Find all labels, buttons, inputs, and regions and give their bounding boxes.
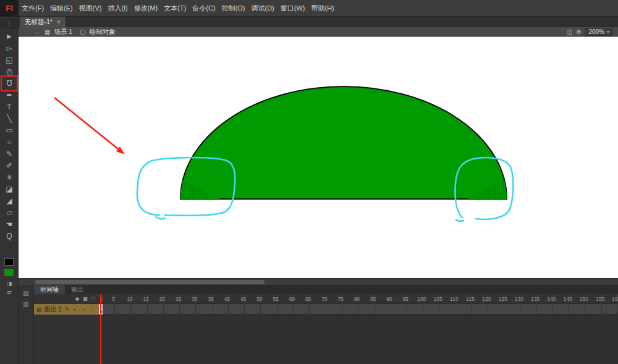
deco-tool[interactable]: ✳ <box>0 172 19 184</box>
ruler-number: 10 <box>124 296 136 302</box>
brush-tool[interactable]: ✐ <box>0 160 19 172</box>
scene-icon: ▦ <box>44 28 50 35</box>
outline-icon[interactable]: □ <box>91 296 95 302</box>
ruler-number: 90 <box>383 296 396 302</box>
menu-item-6[interactable]: 文本(T) <box>161 0 189 17</box>
tools-panel: ⋮ ►▻◱◴℧✒T╲▭○✎✐✳◪◢▱☚Q ◨ ⇄ <box>0 17 19 364</box>
stroke-color-swatch[interactable] <box>4 258 14 266</box>
ruler-number: 20 <box>156 296 168 302</box>
ruler-number: 135 <box>529 296 541 302</box>
menu-item-10[interactable]: 窗口(W) <box>277 0 308 17</box>
eye-icon[interactable]: ◉ <box>75 296 80 302</box>
ruler-number: 130 <box>513 296 525 302</box>
edit-symbols-icon[interactable]: ◫ <box>567 28 572 35</box>
frame-ruler[interactable]: 1 51015202530354045505560657075808590951… <box>99 294 618 304</box>
line-tool[interactable]: ╲ <box>0 113 19 125</box>
layer-frames-row[interactable] <box>99 304 618 315</box>
panels-icon[interactable]: ▥ <box>19 299 33 310</box>
scene-name[interactable]: 场景 1 <box>54 28 72 36</box>
library-panel-icon[interactable]: ▤ <box>19 288 33 299</box>
ruler-number: 50 <box>253 296 266 302</box>
menu-item-7[interactable]: 命令(C) <box>189 0 218 17</box>
fill-color-swatch[interactable] <box>4 269 14 276</box>
ruler-number: 55 <box>269 296 282 302</box>
layer-name[interactable]: 图层 1 <box>44 305 62 314</box>
panel-dock-strip: ▤ ▥ <box>19 285 34 364</box>
swap-colors-icon[interactable]: ⇄ <box>0 288 19 297</box>
ruler-number: 30 <box>188 296 201 302</box>
pencil-tool[interactable]: ✎ <box>0 148 19 160</box>
close-tab-icon[interactable]: × <box>57 19 61 25</box>
layer-outline-dot[interactable]: ▫ <box>90 307 95 312</box>
menu-item-1[interactable]: 文件(F) <box>19 0 47 17</box>
ruler-number: 120 <box>480 296 493 302</box>
hand-tool[interactable]: ☚ <box>0 219 19 231</box>
menu-item-9[interactable]: 调试(D) <box>248 0 277 17</box>
ruler-number: 75 <box>334 296 347 302</box>
document-tab[interactable]: 无标题-1* × <box>20 17 66 27</box>
green-dome-shape[interactable] <box>180 87 507 199</box>
menu-item-2[interactable]: 编辑(E) <box>47 0 76 17</box>
menubar: Fl 文件(F)编辑(E)视图(V)插入(I)修改(M)文本(T)命令(C)控制… <box>0 0 618 17</box>
lock-icon[interactable]: ▩ <box>83 296 88 302</box>
ruler-number: 35 <box>205 296 217 302</box>
ruler-number: 150 <box>578 296 590 302</box>
selection-tool[interactable]: ► <box>0 31 19 43</box>
eraser-tool[interactable]: ▱ <box>0 207 19 219</box>
subselection-tool[interactable]: ▻ <box>0 43 19 54</box>
default-colors-icon[interactable]: ◨ <box>0 279 19 288</box>
tab-timeline[interactable]: 时间轴 <box>34 285 65 294</box>
layer-row[interactable]: ▤ 图层 1 ✎ • • ▫ <box>34 304 99 315</box>
annotation-highlight-box <box>1 75 18 91</box>
edit-bar-right: ◫ ⊕ 200% ▾ <box>567 28 618 36</box>
ruler-number: 70 <box>318 296 331 302</box>
lasso-stroke-right-tail <box>456 220 464 221</box>
layer-visible-dot[interactable]: • <box>72 307 77 312</box>
menu-list: 文件(F)编辑(E)视图(V)插入(I)修改(M)文本(T)命令(C)控制(O)… <box>19 0 337 16</box>
ruler-number: 85 <box>367 296 379 302</box>
menu-item-4[interactable]: 插入(I) <box>104 0 130 17</box>
tab-output[interactable]: 输出 <box>65 285 90 294</box>
free-transform-tool[interactable]: ◱ <box>0 54 19 66</box>
layer-list: ◉ ▩ □ ▤ 图层 1 ✎ • • ▫ <box>34 294 99 364</box>
menu-item-11[interactable]: 帮助(H) <box>308 0 337 17</box>
frames-empty-area <box>99 315 618 363</box>
back-arrow-icon[interactable]: ← <box>35 28 41 35</box>
menu-item-3[interactable]: 视图(V) <box>76 0 105 17</box>
tools-panel-tab[interactable]: ⋮ <box>0 19 19 28</box>
stage-canvas[interactable] <box>19 37 618 278</box>
paint-bucket-tool[interactable]: ◪ <box>0 184 19 195</box>
ruler-number: 140 <box>545 296 557 302</box>
oval-tool[interactable]: ○ <box>0 137 19 148</box>
layer-icon: ▤ <box>36 307 42 313</box>
zoom-value: 200% <box>588 28 604 35</box>
ruler-number: 40 <box>221 296 233 302</box>
app-logo-icon[interactable]: Fl <box>0 0 19 17</box>
menu-item-8[interactable]: 控制(O) <box>219 0 248 17</box>
annotation-arrow <box>54 98 125 154</box>
timeline-body: ◉ ▩ □ ▤ 图层 1 ✎ • • ▫ 1 <box>34 294 618 364</box>
menu-item-5[interactable]: 修改(M) <box>131 0 161 17</box>
scrollbar-thumb[interactable] <box>35 280 265 284</box>
draw-object-label: 绘制对象 <box>90 28 116 36</box>
color-swatches: ◨ ⇄ <box>0 258 18 297</box>
zoom-level-select[interactable]: 200% ▾ <box>585 28 613 36</box>
layer-lock-dot[interactable]: • <box>81 307 86 312</box>
playhead[interactable] <box>100 294 101 364</box>
text-tool[interactable]: T <box>0 101 19 113</box>
ruler-number: 115 <box>464 296 476 302</box>
chevron-down-icon: ▾ <box>607 29 609 35</box>
zoom-tool[interactable]: Q <box>0 231 19 242</box>
ruler-number: 60 <box>286 296 298 302</box>
center-frame-icon[interactable]: ⊕ <box>576 28 581 35</box>
eyedropper-tool[interactable]: ◢ <box>0 195 19 207</box>
ruler-number: 125 <box>497 296 509 302</box>
layer-edit-pencil-icon: ✎ <box>65 307 69 312</box>
horizontal-scrollbar[interactable] <box>19 278 618 285</box>
layer-list-empty <box>34 315 99 364</box>
ruler-number: 160 <box>610 296 618 302</box>
rectangle-tool[interactable]: ▭ <box>0 125 19 137</box>
edit-bar: ← ▦ 场景 1 ▢ 绘制对象 ◫ ⊕ 200% ▾ <box>19 27 618 37</box>
ruler-number: 65 <box>302 296 315 302</box>
ruler-number: 155 <box>594 296 606 302</box>
